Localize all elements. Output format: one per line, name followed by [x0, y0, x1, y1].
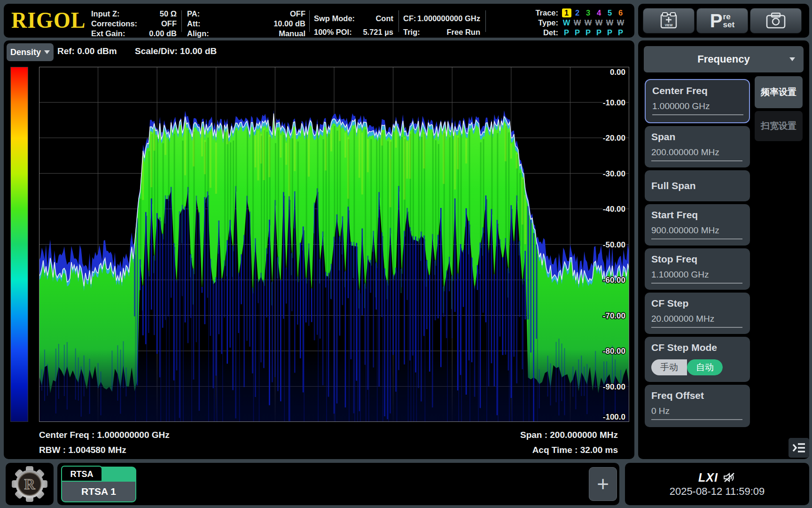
menu-expand-button[interactable] [789, 438, 809, 458]
trace-det-row: Det:PPPPPP [490, 28, 633, 38]
ref-level-label: Ref: 0.00 dBm [57, 46, 117, 56]
svg-text:-40.00: -40.00 [603, 205, 625, 214]
trace-number-6[interactable]: 6 [615, 8, 626, 18]
status-value: Free Run [446, 25, 480, 39]
trace-type-2[interactable]: W [572, 18, 583, 28]
svg-text:0.00: 0.00 [610, 68, 625, 77]
trace-det-6[interactable]: P [615, 28, 626, 38]
footer-acq-time: Acq Time : 32.00 ms [532, 445, 618, 455]
status-row: 100% POI:5.721 µs [314, 25, 393, 39]
panel-header-dropdown[interactable]: Frequency [644, 46, 804, 72]
rtsa-task-tab[interactable]: RTSA RTSA 1 [61, 466, 136, 497]
status-value: 0.00 dB [149, 29, 177, 39]
menu-button-cf-step[interactable]: CF Step20.000000 MHz [645, 293, 750, 334]
status-label: CF: [403, 12, 416, 25]
menu-button-full-span[interactable]: Full Span [645, 170, 750, 201]
trace-type-4[interactable]: W [593, 18, 604, 28]
status-row: Trig:Free Run [403, 25, 480, 39]
settings-tab-1[interactable]: 频率设置 [755, 76, 803, 108]
trace-det-4[interactable]: P [593, 28, 604, 38]
toggle-option-auto[interactable]: 自动 [687, 359, 723, 375]
svg-text:-80.00: -80.00 [603, 347, 625, 356]
trace-type-6[interactable]: W [615, 18, 626, 28]
menu-button-center-freq[interactable]: Center Freq1.000000 GHz [645, 79, 750, 123]
trace-type-3[interactable]: W [583, 18, 593, 28]
status-value: Manual [279, 29, 305, 39]
status-row: Input Z:50 Ω [91, 9, 177, 19]
svg-text:-70.00: -70.00 [603, 311, 625, 320]
status-label: Corrections: [91, 19, 137, 29]
status-label: Align: [187, 29, 209, 39]
trace-number-4[interactable]: 4 [593, 8, 604, 18]
menu-button-span[interactable]: Span200.000000 MHz [645, 126, 750, 167]
topbar-divider [398, 10, 399, 32]
trace-type-1[interactable]: W [561, 18, 572, 28]
menu-button-freq-offset[interactable]: Freq Offset0 Hz [645, 385, 750, 427]
trace-det-3[interactable]: P [583, 28, 593, 38]
svg-text:-50.00: -50.00 [603, 240, 625, 249]
rtsa1-tab[interactable]: RTSA 1 [61, 481, 136, 502]
density-colorbar [10, 67, 28, 422]
datetime-label: 2025-08-12 11:59:09 [670, 485, 765, 498]
svg-text:-90.00: -90.00 [603, 382, 625, 391]
footer-span: Span : 200.000000 MHz [520, 430, 618, 440]
footer-center-freq: Center Freq : 1.000000000 GHz [39, 430, 170, 440]
display-mode-dropdown[interactable]: Density [7, 43, 54, 61]
trace-number-3[interactable]: 3 [583, 8, 593, 18]
trace-number-1[interactable]: 1 [561, 8, 572, 18]
menu-button-label: Span [651, 131, 743, 143]
menu-button-label: Center Freq [652, 85, 742, 97]
add-task-button[interactable]: + [589, 467, 617, 501]
toggle-option-manual[interactable]: 手动 [651, 359, 687, 375]
spectrum-plot[interactable]: 0.00-10.00-20.00-30.00-40.00-50.00-60.00… [39, 67, 629, 422]
menu-expand-icon [792, 442, 806, 454]
status-label: Input Z: [91, 9, 119, 19]
trace-number-5[interactable]: 5 [604, 8, 615, 18]
trace-row: Trace:123456 [490, 8, 633, 18]
status-label: 100% POI: [314, 25, 352, 39]
view-button[interactable]: VIEW [643, 8, 695, 33]
menu-button-stop-freq[interactable]: Stop Freq1.100000 GHz [645, 248, 750, 290]
status-label: Trig: [403, 25, 420, 39]
status-value: 1.000000000 GHz [417, 12, 480, 25]
display-mode-label: Density [10, 48, 41, 57]
top-buttons-panel: VIEW P re set [638, 4, 809, 38]
topbar-divider [309, 10, 310, 32]
status-value: Cont [375, 12, 393, 25]
menu-buttons-column: Center Freq1.000000 GHzSpan200.000000 MH… [645, 79, 750, 430]
settings-tab-2[interactable]: 扫宽设置 [755, 111, 803, 141]
menu-button-value: 200.000000 MHz [651, 147, 742, 161]
cf-step-mode-toggle[interactable]: 手动自动 [651, 359, 723, 375]
chevron-down-icon [789, 57, 795, 61]
trace-det-2[interactable]: P [572, 28, 583, 38]
status-value: 10.00 dB [273, 19, 305, 29]
menu-button-label: Stop Freq [651, 253, 743, 265]
trace-det-label: Det: [490, 28, 561, 38]
status-row: Align:Manual [187, 29, 305, 39]
trace-det-5[interactable]: P [604, 28, 615, 38]
status-value: 50 Ω [160, 9, 177, 19]
speaker-muted-icon[interactable] [723, 472, 736, 483]
system-status-box: LXI 2025-08-12 11:59:09 [625, 463, 809, 505]
menu-button-cf-step-mode[interactable]: CF Step Mode手动自动 [645, 337, 750, 382]
system-logo-box[interactable]: R [6, 463, 54, 505]
spectrum-display-panel: Density Ref: 0.00 dBm Scale/Div: 10.00 d… [4, 40, 634, 459]
scale-per-div-label: Scale/Div: 10.00 dB [135, 46, 217, 56]
trace-status-block: Trace:123456Type:WWWWWWDet:PPPPPP [490, 8, 633, 38]
trace-active-badge: 1 [562, 8, 571, 17]
trace-det-1[interactable]: P [561, 28, 572, 38]
menu-button-value: 1.100000 GHz [651, 270, 742, 284]
trace-type-row: Type:WWWWWW [490, 18, 633, 28]
menu-button-start-freq[interactable]: Start Freq900.000000 MHz [645, 204, 750, 246]
trace-type-5[interactable]: W [604, 18, 615, 28]
status-row: PA:OFF [187, 9, 305, 19]
status-value: 5.721 µs [363, 25, 393, 39]
topbar-group-1: PA:OFFAtt:10.00 dBAlign:Manual [187, 9, 305, 39]
preset-p: P [710, 12, 723, 29]
trace-number-2[interactable]: 2 [572, 8, 583, 18]
status-row: CF:1.000000000 GHz [403, 12, 480, 25]
screenshot-button[interactable] [750, 8, 802, 33]
svg-text:-10.00: -10.00 [603, 98, 625, 107]
preset-button[interactable]: P re set [696, 8, 748, 33]
menu-button-label: CF Step [651, 297, 743, 310]
